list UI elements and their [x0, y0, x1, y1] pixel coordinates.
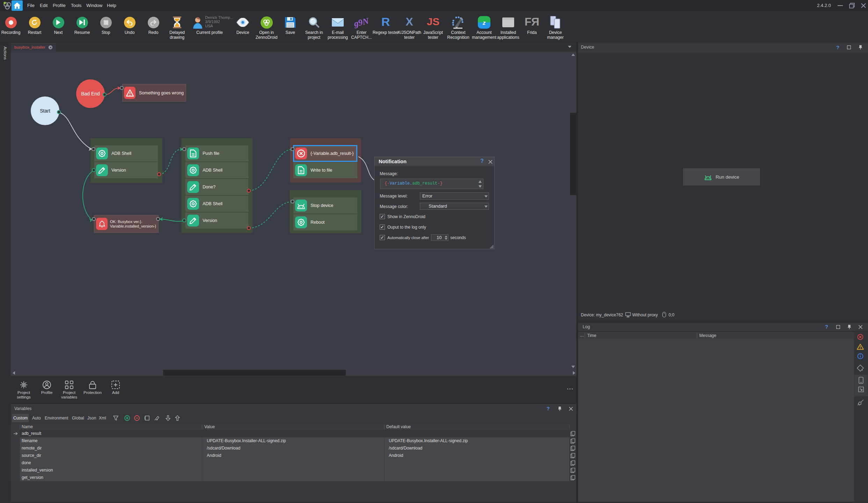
- svg-text:z: z: [482, 20, 486, 26]
